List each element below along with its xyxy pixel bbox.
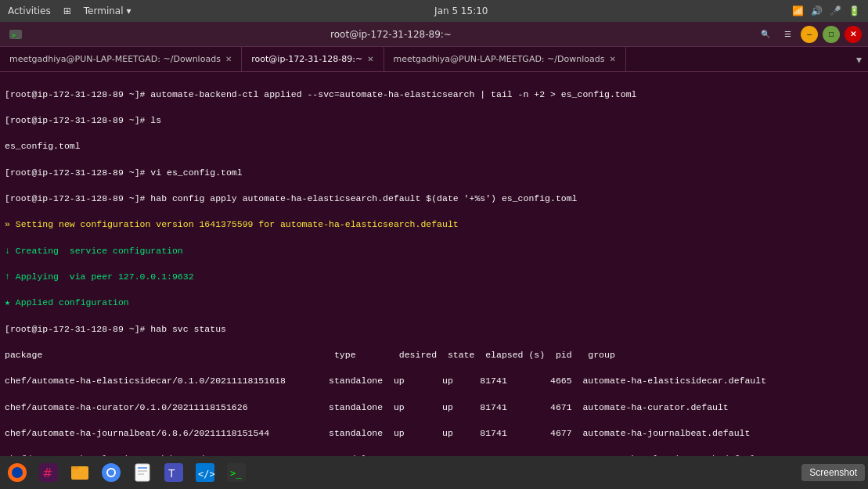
title-bar: >_ root@ip-172-31-128-89:~ 🔍 ☰ – □ ✕	[0, 22, 868, 47]
window-title: root@ip-172-31-128-89:~	[31, 29, 751, 40]
new-tab-button[interactable]: ▾	[850, 47, 868, 71]
tab-2[interactable]: root@ip-172-31-128-89:~ ✕	[242, 47, 384, 71]
svg-text:#: #	[42, 466, 52, 480]
terminal-menu-arrow: ▾	[127, 5, 131, 16]
tab-1[interactable]: meetgadhiya@PUN-LAP-MEETGAD: ~/Downloads…	[0, 47, 242, 71]
activities-button[interactable]: Activities	[8, 5, 51, 16]
menu-button[interactable]: ☰	[779, 26, 796, 43]
screenshot-button[interactable]: Screenshot	[801, 464, 865, 481]
firefox-icon[interactable]	[3, 458, 31, 487]
chromium-icon[interactable]	[97, 458, 125, 487]
gedit-icon[interactable]	[128, 458, 157, 487]
terminal-icon-title: >_	[6, 25, 25, 44]
terminal-menu[interactable]: Terminal ▾	[84, 5, 131, 16]
battery-icon: 🔋	[848, 5, 860, 17]
system-bar: Activities ⊞ Terminal ▾ Jan 5 15:10 📶 🔊 …	[0, 0, 868, 22]
files-icon[interactable]	[66, 458, 94, 487]
svg-point-10	[108, 469, 114, 476]
system-bar-right: 📶 🔊 🎤 🔋	[791, 5, 860, 17]
terminal-window: >_ root@ip-172-31-128-89:~ 🔍 ☰ – □ ✕ mee…	[0, 22, 868, 489]
sound-icon: 🔊	[810, 5, 823, 17]
slack-icon[interactable]: #	[34, 458, 63, 487]
close-button[interactable]: ✕	[845, 26, 862, 43]
svg-text:>_: >_	[230, 468, 242, 479]
svg-rect-7	[71, 466, 79, 469]
tab-1-label: meetgadhiya@PUN-LAP-MEETGAD: ~/Downloads	[9, 54, 221, 64]
tab-3-label: meetgadhiya@PUN-LAP-MEETGAD: ~/Downloads	[394, 54, 605, 64]
mic-icon: 🎤	[829, 5, 841, 17]
minimize-button[interactable]: –	[801, 26, 818, 43]
maximize-button[interactable]: □	[823, 26, 840, 43]
svg-rect-11	[135, 464, 149, 481]
svg-text:T: T	[168, 467, 175, 480]
terminal-menu-label: Terminal	[84, 5, 124, 16]
taskbar: # T </>	[0, 456, 868, 489]
terminal-icon: ⊞	[63, 5, 71, 16]
vscode-icon[interactable]: </>	[191, 458, 219, 487]
teams-icon[interactable]: T	[160, 458, 188, 487]
tabs-bar: meetgadhiya@PUN-LAP-MEETGAD: ~/Downloads…	[0, 47, 868, 72]
tab-3-close[interactable]: ✕	[609, 55, 615, 63]
datetime: Jan 5 15:10	[434, 5, 488, 16]
tab-2-label: root@ip-172-31-128-89:~	[251, 54, 362, 64]
search-button[interactable]: 🔍	[757, 26, 774, 43]
svg-point-3	[12, 467, 23, 478]
window-controls: 🔍 ☰ – □ ✕	[757, 26, 862, 43]
terminal-taskbar-icon[interactable]: >_	[222, 458, 250, 487]
tab-3[interactable]: meetgadhiya@PUN-LAP-MEETGAD: ~/Downloads…	[384, 47, 626, 71]
network-icon: 📶	[791, 5, 804, 17]
svg-text:</>: </>	[198, 469, 215, 480]
tab-2-close[interactable]: ✕	[367, 55, 373, 63]
system-bar-left: Activities ⊞ Terminal ▾	[8, 5, 131, 16]
tab-1-close[interactable]: ✕	[225, 55, 232, 63]
terminal-content[interactable]: [root@ip-172-31-128-89 ~]# automate-back…	[0, 72, 868, 489]
svg-text:>_: >_	[12, 32, 20, 39]
